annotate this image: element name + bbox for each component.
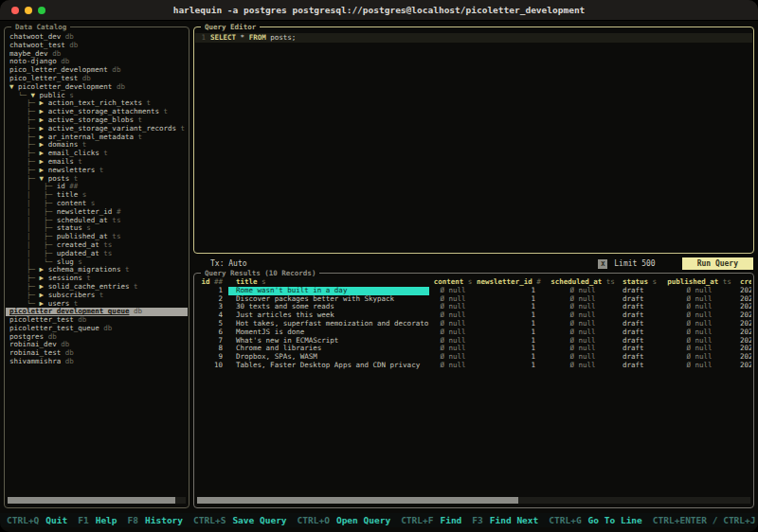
result-cell[interactable]: 2025 bbox=[736, 287, 751, 295]
result-cell[interactable]: Ø null bbox=[547, 362, 619, 370]
result-cell[interactable]: Ø null bbox=[662, 362, 736, 370]
result-cell[interactable]: draft bbox=[619, 320, 662, 328]
editor-current-line[interactable]: 1SELECT * FROM posts; bbox=[195, 33, 752, 43]
column-header-scheduled_at[interactable]: scheduled_at ts bbox=[547, 278, 619, 287]
column-header-id[interactable]: id ## bbox=[196, 278, 228, 287]
result-cell[interactable]: draft bbox=[619, 303, 662, 311]
tree-item-chatwoot_dev[interactable]: chatwoot_dev db bbox=[6, 33, 188, 42]
result-cell[interactable]: Ø null bbox=[662, 303, 736, 311]
result-cell[interactable]: draft bbox=[619, 337, 662, 346]
close-window-icon[interactable] bbox=[11, 7, 19, 14]
result-row-6[interactable]: 6MomentJS is doneØ null1Ø nulldraftØ nul… bbox=[196, 328, 751, 337]
tree-item-published_at[interactable]: │ ├─ published_at ts bbox=[6, 233, 188, 241]
results-hscrollbar-thumb[interactable] bbox=[197, 497, 518, 504]
result-row-2[interactable]: 2Discover packages better with SkypackØ … bbox=[196, 295, 751, 304]
tree-item-solid_cache_entries[interactable]: ├─ ▶ solid_cache_entries t bbox=[6, 283, 188, 292]
result-cell[interactable]: Ø null bbox=[429, 353, 477, 362]
catalog-hscrollbar-thumb[interactable] bbox=[8, 497, 175, 504]
result-cell[interactable]: Ø null bbox=[662, 311, 736, 320]
tree-item-picoletter_development_queue[interactable]: picoletter_development_queue db bbox=[6, 308, 188, 316]
result-cell[interactable]: 8 bbox=[196, 345, 228, 353]
column-header-crea[interactable]: crea bbox=[736, 278, 751, 287]
result-row-8[interactable]: 8Chrome and librariesØ null1Ø nulldraftØ… bbox=[196, 345, 751, 353]
result-row-3[interactable]: 330 texts and some readsØ null1Ø nulldra… bbox=[196, 303, 751, 311]
result-cell[interactable]: Ø null bbox=[662, 337, 736, 346]
result-cell[interactable]: 1 bbox=[477, 362, 547, 370]
tree-item-content[interactable]: │ ├─ content s bbox=[6, 200, 188, 208]
result-row-10[interactable]: 10Tables, Faster Desktop Apps and CDN pr… bbox=[196, 362, 751, 370]
column-header-status[interactable]: status s bbox=[619, 278, 662, 287]
tree-item-pico_letter_development[interactable]: pico_letter_development db bbox=[6, 66, 188, 75]
tree-item-postgres[interactable]: postgres db bbox=[6, 333, 188, 342]
result-cell[interactable]: Just articles this week bbox=[228, 311, 429, 320]
tree-item-emails[interactable]: ├─ ▶ emails t bbox=[6, 158, 188, 167]
result-cell[interactable]: Ø null bbox=[429, 320, 477, 328]
run-query-button[interactable]: Run Query bbox=[682, 257, 753, 270]
result-cell[interactable]: draft bbox=[619, 328, 662, 337]
result-cell[interactable]: 4 bbox=[196, 311, 228, 320]
result-cell[interactable]: 1 bbox=[477, 328, 547, 337]
result-cell[interactable]: 1 bbox=[477, 311, 547, 320]
tree-item-id[interactable]: │ ├─ id ## bbox=[6, 183, 188, 191]
result-cell[interactable]: Chrome and libraries bbox=[228, 345, 429, 353]
result-cell[interactable]: What's new in ECMAScript bbox=[228, 337, 429, 346]
result-cell[interactable]: Ø null bbox=[662, 345, 736, 353]
result-cell[interactable]: Ø null bbox=[547, 320, 619, 328]
catalog-hscrollbar[interactable] bbox=[8, 497, 186, 504]
result-cell[interactable]: 7 bbox=[196, 337, 228, 346]
result-cell[interactable]: Ø null bbox=[429, 303, 477, 311]
result-cell[interactable]: Ø null bbox=[547, 295, 619, 304]
result-cell[interactable]: Ø null bbox=[547, 353, 619, 362]
result-cell[interactable]: Ø null bbox=[547, 328, 619, 337]
result-row-7[interactable]: 7What's new in ECMAScriptØ null1Ø nulldr… bbox=[196, 337, 751, 346]
tree-item-ar_internal_metadata[interactable]: ├─ ▶ ar_internal_metadata t bbox=[6, 133, 188, 142]
tree-item-newsletter_id[interactable]: │ ├─ newsletter_id # bbox=[6, 208, 188, 217]
column-header-title[interactable]: title s bbox=[228, 278, 429, 287]
result-cell[interactable]: Ø null bbox=[547, 311, 619, 320]
keybinding-quit[interactable]: CTRL+QQuit bbox=[7, 515, 67, 525]
tree-item-shivammishra[interactable]: shivammishra db bbox=[6, 358, 188, 366]
tree-item-users[interactable]: └─ ▶ users t bbox=[6, 300, 188, 309]
result-cell[interactable]: Dropbox, SPAs, WASM bbox=[228, 353, 429, 362]
result-cell[interactable]: 30 texts and some reads bbox=[228, 303, 429, 311]
result-cell[interactable]: 2024 bbox=[736, 337, 751, 346]
tree-item-robinai_dev[interactable]: robinai_dev db bbox=[6, 341, 188, 349]
query-editor-panel[interactable]: Query Editor 1SELECT * FROM posts; bbox=[193, 27, 754, 254]
result-cell[interactable]: 1 bbox=[477, 295, 547, 304]
result-cell[interactable]: 1 bbox=[477, 337, 547, 346]
result-cell[interactable]: Ø null bbox=[662, 287, 736, 295]
result-cell[interactable]: 1 bbox=[477, 287, 547, 295]
result-cell[interactable]: draft bbox=[619, 353, 662, 362]
tree-item-picoletter_test_queue[interactable]: picoletter_test_queue db bbox=[6, 325, 188, 333]
result-cell[interactable]: Ø null bbox=[662, 353, 736, 362]
keybinding-run-query[interactable]: CTRL+ENTER / CTRL+JRun Query bbox=[653, 515, 758, 525]
result-cell[interactable]: 3 bbox=[196, 303, 228, 311]
result-cell[interactable]: Ø null bbox=[547, 303, 619, 311]
result-cell[interactable]: draft bbox=[619, 295, 662, 304]
keybinding-go-to-line[interactable]: CTRL+GGo To Line bbox=[549, 515, 642, 525]
result-cell[interactable]: 6 bbox=[196, 328, 228, 337]
column-header-published_at[interactable]: published_at ts bbox=[662, 278, 736, 287]
tree-item-maybe_dev[interactable]: maybe_dev db bbox=[6, 50, 188, 59]
result-cell[interactable]: 1 bbox=[477, 353, 547, 362]
keybinding-help[interactable]: F1Help bbox=[78, 515, 117, 525]
tree-item-active_storage_blobs[interactable]: ├─ ▶ active_storage_blobs t bbox=[6, 116, 188, 125]
tree-item-scheduled_at[interactable]: │ ├─ scheduled_at ts bbox=[6, 217, 188, 225]
keybinding-open-query[interactable]: CTRL+OOpen Query bbox=[298, 515, 391, 525]
result-cell[interactable]: 5 bbox=[196, 320, 228, 328]
tree-item-chatwoot_test[interactable]: chatwoot_test db bbox=[6, 42, 188, 50]
result-row-4[interactable]: 4Just articles this weekØ null1Ø nulldra… bbox=[196, 311, 751, 320]
tree-item-created_at[interactable]: │ ├─ created_at ts bbox=[6, 241, 188, 250]
result-row-1[interactable]: 1Rome wasn't built in a dayØ null1Ø null… bbox=[196, 287, 751, 295]
tree-item-action_text_rich_texts[interactable]: ├─ ▶ action_text_rich_texts t bbox=[6, 99, 188, 108]
tree-item-status[interactable]: │ ├─ status s bbox=[6, 224, 188, 233]
result-cell[interactable]: Ø null bbox=[429, 287, 477, 295]
tree-item-slug[interactable]: │ └─ slug s bbox=[6, 258, 188, 267]
column-header-newsletter_id[interactable]: newsletter_id # bbox=[477, 278, 547, 287]
tree-item-active_storage_variant_records[interactable]: ├─ ▶ active_storage_variant_records t bbox=[6, 125, 188, 133]
result-cell[interactable]: Tables, Faster Desktop Apps and CDN priv… bbox=[228, 362, 429, 370]
result-cell[interactable]: Ø null bbox=[662, 320, 736, 328]
result-cell[interactable]: 2024 bbox=[736, 345, 751, 353]
result-cell[interactable]: MomentJS is done bbox=[228, 328, 429, 337]
tree-item-title[interactable]: │ ├─ title s bbox=[6, 191, 188, 200]
